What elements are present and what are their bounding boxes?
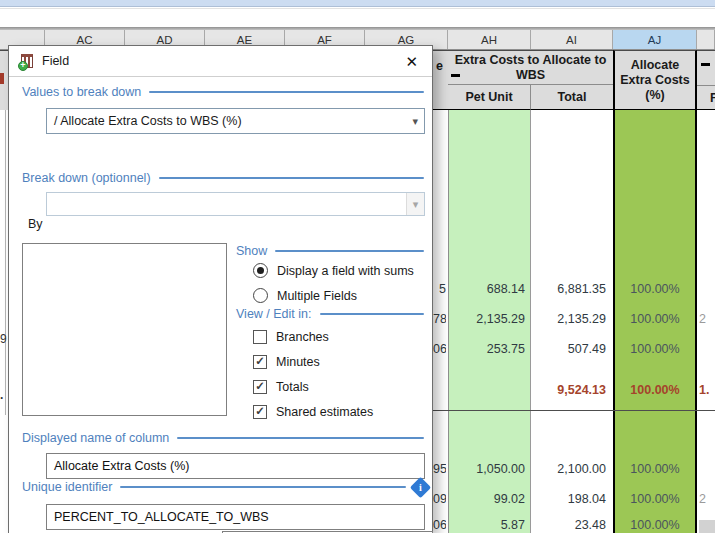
column-header-partial-right[interactable] [697,30,715,49]
left-red-fragment [0,73,4,84]
checkbox-branches[interactable]: Branches [253,328,329,345]
checkbox-checked-icon[interactable]: ✓ [253,380,267,394]
field-icon: + [19,54,34,69]
table-row: 09 99.02 198.04 100.00% 2 [433,491,715,507]
cell-allocate-pct[interactable]: 100.00% [613,341,697,357]
left-edge-sliver: 9 . [0,110,8,533]
cell-total[interactable]: 23.48 [531,517,611,533]
cell-per-unit[interactable] [448,382,530,398]
cell-allocate-pct[interactable]: 100.00% [613,382,697,398]
section-rule [159,177,424,179]
close-icon[interactable]: ✕ [401,54,422,69]
section-rule [275,250,424,252]
cell-next-fragment [699,517,715,533]
section-label: Values to break down [22,85,141,99]
checkbox-icon[interactable] [253,330,267,344]
displayed-name-input[interactable]: Allocate Extra Costs (%) [46,453,425,479]
subheader-per-unit[interactable]: Pet Unit [448,85,531,110]
gridline [5,110,6,415]
cell-ag[interactable] [433,382,446,398]
values-dropdown-value: / Allocate Extra Costs to WBS (%) [54,114,242,128]
values-dropdown[interactable]: / Allocate Extra Costs to WBS (%) ▾ [46,108,425,134]
section-unique-identifier: Unique identifier i [22,479,428,495]
titlebar-divider [9,76,432,77]
radio-label: Multiple Fields [277,289,357,303]
cell-per-unit[interactable]: 2,135.29 [448,311,530,327]
cell-ag[interactable]: 5 [433,281,446,297]
dialog-titlebar[interactable]: + Field ✕ [9,46,432,76]
section-show: Show [236,243,424,259]
cell-allocate-pct[interactable]: 100.00% [613,517,697,533]
cell-total[interactable]: 507.49 [531,341,611,357]
cell-ag[interactable]: 06 [433,517,446,533]
checkbox-label: Totals [276,380,309,394]
table-row-total: 9,524.13 100.00% 1. [433,382,715,398]
subheader-total[interactable]: Total [531,85,613,110]
column-header-ai[interactable]: AI [531,30,613,49]
section-break-down: Break down (optionnel) [22,170,424,186]
cell-ag[interactable]: 06 [433,341,446,357]
field-dialog: + Field ✕ Values to break down / Allocat… [8,45,433,533]
section-label: View / Edit in: [236,307,312,321]
section-values-to-break-down: Values to break down [22,84,424,100]
dialog-title: Field [42,54,69,68]
group-header-extra-costs[interactable]: Extra Costs to Allocate to WBS [448,50,613,85]
cell-per-unit[interactable]: 1,050.00 [448,461,530,477]
section-rule [177,437,424,439]
blank-row-band [0,8,715,27]
cell-ag[interactable]: 09 [433,491,446,507]
cell-total[interactable]: 9,524.13 [531,382,611,398]
radio-selected-icon[interactable] [253,263,268,278]
cell-allocate-pct[interactable]: 100.00% [613,311,697,327]
checkbox-label: Branches [276,330,329,344]
cell-total[interactable]: 2,135.29 [531,311,611,327]
table-row: 06 253.75 507.49 100.00% [433,341,715,357]
chevron-down-icon[interactable]: ▾ [412,115,424,128]
cell-per-unit[interactable]: 253.75 [448,341,530,357]
checkbox-minutes[interactable]: ✓ Minutes [253,353,320,370]
collapse-next-group-icon[interactable] [701,63,710,66]
cell-per-unit[interactable]: 99.02 [448,491,530,507]
column-header-aj-selected[interactable]: AJ [613,30,697,49]
chevron-down-icon[interactable]: ▾ [406,193,424,215]
cell-next-fragment [699,461,715,477]
table-row: 5 688.14 6,881.35 100.00% [433,281,715,297]
collapse-group-icon[interactable] [451,74,460,77]
screen: AC AD AE AF AG AH AI AJ e Extra Costs to… [0,0,715,533]
cell-total[interactable]: 6,881.35 [531,281,611,297]
cell-total[interactable]: 2,100.00 [531,461,611,477]
unique-identifier-input[interactable]: PERCENT_TO_ALLOCATE_TO_WBS [46,504,425,530]
info-icon[interactable]: i [410,476,431,497]
cell-per-unit[interactable]: 5.87 [448,517,530,533]
checkbox-checked-icon[interactable]: ✓ [253,405,267,419]
radio-display-field-with-sums[interactable]: Display a field with sums [253,262,414,279]
total-row-border [433,410,715,411]
header-allocate-extra-costs[interactable]: Allocate Extra Costs (%) [613,50,697,110]
section-label: Show [236,244,267,258]
checkbox-totals[interactable]: ✓ Totals [253,378,309,395]
break-down-dropdown[interactable]: ▾ [46,192,425,216]
cell-ag[interactable]: 95 [433,461,446,477]
cell-ag[interactable]: 78 [433,311,446,327]
table-row: 06 5.87 23.48 100.00% [433,517,715,533]
checkbox-shared-estimates[interactable]: ✓ Shared estimates [253,403,373,420]
header-ag-sliver: e [433,50,448,110]
checkbox-label: Shared estimates [276,405,373,419]
cell-allocate-pct[interactable]: 100.00% [613,461,697,477]
left-fragment: 9 [0,332,7,346]
radio-multiple-fields[interactable]: Multiple Fields [253,287,357,304]
section-rule [120,486,406,488]
cell-allocate-pct[interactable]: 100.00% [613,281,697,297]
table-row: 78 2,135.29 2,135.29 100.00% 2 [433,311,715,327]
top-row-band [0,0,715,7]
checkbox-checked-icon[interactable]: ✓ [253,355,267,369]
radio-icon[interactable] [253,288,268,303]
cell-total[interactable]: 198.04 [531,491,611,507]
cell-allocate-pct[interactable]: 100.00% [613,491,697,507]
column-header-ah[interactable]: AH [448,30,531,49]
next-subheader-fragment: F [710,91,715,105]
cell-per-unit[interactable]: 688.14 [448,281,530,297]
section-label: Break down (optionnel) [22,171,151,185]
by-listbox[interactable] [22,243,227,416]
section-view-edit-in: View / Edit in: [236,306,424,322]
